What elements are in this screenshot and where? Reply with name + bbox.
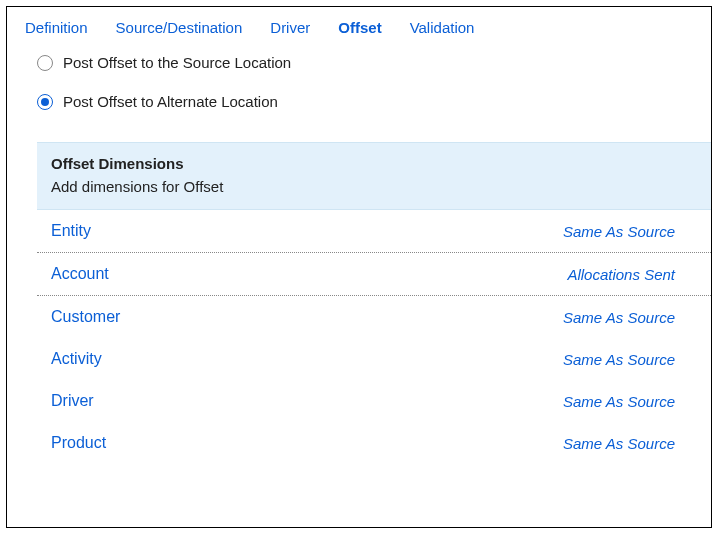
radio-alternate[interactable] [37, 94, 53, 110]
radio-alternate-label: Post Offset to Alternate Location [63, 93, 278, 110]
offset-dimensions-section: Offset Dimensions Add dimensions for Off… [37, 142, 711, 464]
radio-row-alternate[interactable]: Post Offset to Alternate Location [37, 93, 693, 110]
dimension-value[interactable]: Allocations Sent [567, 266, 697, 283]
dimension-name[interactable]: Account [51, 265, 109, 283]
tab-definition[interactable]: Definition [25, 19, 88, 36]
dimension-value[interactable]: Same As Source [563, 309, 697, 326]
dimension-value[interactable]: Same As Source [563, 351, 697, 368]
tab-source-destination[interactable]: Source/Destination [116, 19, 243, 36]
tab-offset[interactable]: Offset [338, 19, 381, 36]
offset-target-group: Post Offset to the Source Location Post … [7, 50, 711, 142]
dimension-name[interactable]: Activity [51, 350, 102, 368]
dimension-row-driver: Driver Same As Source [37, 380, 711, 422]
tab-validation[interactable]: Validation [410, 19, 475, 36]
dimension-value[interactable]: Same As Source [563, 393, 697, 410]
offset-panel: Definition Source/Destination Driver Off… [6, 6, 712, 528]
offset-dimensions-header: Offset Dimensions Add dimensions for Off… [37, 142, 711, 210]
offset-dimensions-subtitle: Add dimensions for Offset [51, 178, 697, 195]
dimension-name[interactable]: Entity [51, 222, 91, 240]
radio-source[interactable] [37, 55, 53, 71]
tab-bar: Definition Source/Destination Driver Off… [7, 19, 711, 50]
offset-dimensions-title: Offset Dimensions [51, 155, 697, 172]
radio-source-label: Post Offset to the Source Location [63, 54, 291, 71]
dimension-name[interactable]: Customer [51, 308, 120, 326]
dimension-name[interactable]: Driver [51, 392, 94, 410]
dimension-value[interactable]: Same As Source [563, 223, 697, 240]
dimension-row-customer: Customer Same As Source [37, 296, 711, 338]
dimension-name[interactable]: Product [51, 434, 106, 452]
dimension-value[interactable]: Same As Source [563, 435, 697, 452]
dimension-row-product: Product Same As Source [37, 422, 711, 464]
dimension-row-activity: Activity Same As Source [37, 338, 711, 380]
dimension-row-account: Account Allocations Sent [37, 253, 711, 296]
dimension-row-entity: Entity Same As Source [37, 210, 711, 253]
radio-row-source[interactable]: Post Offset to the Source Location [37, 54, 693, 71]
tab-driver[interactable]: Driver [270, 19, 310, 36]
